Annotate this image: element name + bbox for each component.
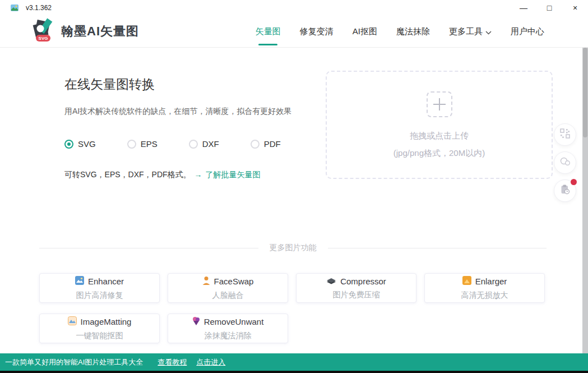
enlarge-icon (462, 276, 471, 287)
card-removeunwant[interactable]: RemoveUnwant 涂抹魔法消除 (168, 314, 288, 343)
radio-svg-label: SVG (78, 139, 96, 149)
upload-dropzone[interactable]: 拖拽或点击上传 (jpg/png格式，20M以内) (326, 71, 553, 179)
card-faceswap-name: FaceSwap (214, 277, 254, 286)
card-enlarger[interactable]: Enlarger 高清无损放大 (424, 273, 545, 303)
picture-icon (75, 276, 84, 287)
converter-intro: 在线矢量图转换 用AI技术解决传统软件的缺点，在细节，清晰度，拟合有更好效果 S… (64, 76, 317, 180)
tab-ai-matting[interactable]: AI抠图 (353, 26, 377, 37)
divider-label: 更多图片功能 (258, 243, 328, 253)
radio-dxf-label: DXF (202, 139, 219, 149)
radio-pdf[interactable]: PDF (251, 139, 281, 149)
radio-eps-label: EPS (141, 139, 158, 149)
batch-vector-link-label: 了解批量矢量图 (206, 170, 261, 180)
floating-side-tools (554, 123, 576, 202)
vertical-scrollbar[interactable] (582, 48, 588, 353)
header: SVG 翰墨AI矢量图 矢量图 修复变清 AI抠图 魔法抹除 更多工具 用户中心 (0, 16, 588, 48)
upload-format-hint: (jpg/png格式，20M以内) (393, 148, 485, 159)
tab-vector-label: 矢量图 (256, 26, 281, 37)
tab-repair-clarify[interactable]: 修复变清 (300, 26, 334, 37)
format-note-text: 可转SVG，EPS，DXF，PDF格式。 (64, 170, 191, 180)
card-removeunwant-name: RemoveUnwant (204, 317, 264, 326)
format-note: 可转SVG，EPS，DXF，PDF格式。 → 了解批量矢量图 (64, 170, 317, 180)
card-faceswap-desc: 人脸融合 (212, 291, 244, 301)
person-icon (202, 276, 210, 287)
logo-mark-icon: SVG (31, 18, 55, 45)
radio-svg[interactable]: SVG (64, 139, 96, 149)
divider-line-right (328, 248, 547, 248)
contact-button[interactable] (554, 151, 576, 174)
notification-dot (571, 179, 577, 185)
card-enlarger-desc: 高清无损放大 (461, 291, 508, 301)
tab-ai-matting-label: AI抠图 (353, 26, 377, 37)
card-imagematting-name: ImageMatting (81, 317, 132, 326)
card-imagematting-desc: 一键智能抠图 (76, 331, 123, 341)
bottom-strip (0, 371, 588, 373)
radio-svg-circle[interactable] (64, 140, 73, 149)
titlebar: v3.1.362 — □ × (0, 0, 588, 16)
history-button[interactable] (554, 179, 576, 202)
card-compressor-desc: 图片免费压缩 (333, 290, 380, 300)
card-enlarger-name: Enlarger (475, 277, 507, 286)
tutorial-link[interactable]: 查看教程 (158, 357, 187, 367)
card-compressor[interactable]: Compressor 图片免费压缩 (296, 273, 416, 303)
main-content: 在线矢量图转换 用AI技术解决传统软件的缺点，在细节，清晰度，拟合有更好效果 S… (0, 48, 588, 353)
main-nav: 矢量图 修复变清 AI抠图 魔法抹除 更多工具 用户中心 (256, 26, 544, 37)
page-title: 在线矢量图转换 (64, 76, 317, 93)
tab-user-center[interactable]: 用户中心 (511, 26, 544, 37)
card-imagematting[interactable]: ImageMatting 一键智能抠图 (39, 314, 160, 343)
batch-vector-link[interactable]: → 了解批量矢量图 (195, 170, 261, 180)
compress-icon (326, 277, 336, 286)
logo-text: 翰墨AI矢量图 (61, 23, 139, 40)
tab-magic-erase[interactable]: 魔法抹除 (396, 26, 430, 37)
radio-dxf[interactable]: DXF (189, 139, 219, 149)
upload-hint: 拖拽或点击上传 (410, 131, 469, 141)
card-removeunwant-desc: 涂抹魔法消除 (205, 331, 252, 341)
plus-icon[interactable] (427, 91, 452, 117)
enter-link[interactable]: 点击进入 (196, 357, 225, 367)
close-button[interactable]: × (562, 0, 588, 16)
qr-code-button[interactable] (554, 123, 576, 146)
qr-code-icon (560, 128, 570, 141)
maximize-button[interactable]: □ (536, 0, 562, 16)
radio-eps-circle[interactable] (127, 140, 136, 149)
radio-dxf-circle[interactable] (189, 140, 198, 149)
app-logo: SVG 翰墨AI矢量图 (31, 18, 139, 45)
matting-icon (68, 316, 77, 327)
chevron-down-icon (485, 27, 492, 36)
card-faceswap[interactable]: FaceSwap 人脸融合 (168, 273, 288, 303)
logo-badge-text: SVG (39, 36, 48, 41)
radio-pdf-circle[interactable] (251, 140, 260, 149)
page-subtitle: 用AI技术解决传统软件的缺点，在细节，清晰度，拟合有更好效果 (64, 107, 317, 117)
footer-tagline: 一款简单又好用的智能AI图片处理工具大全 (5, 357, 143, 367)
tab-repair-clarify-label: 修复变清 (300, 26, 334, 37)
radio-eps[interactable]: EPS (127, 139, 158, 149)
card-enhancer[interactable]: Enhancer 图片高清修复 (39, 273, 160, 303)
tab-vector[interactable]: 矢量图 (256, 26, 281, 37)
tab-magic-erase-label: 魔法抹除 (396, 26, 430, 37)
tab-more-tools-label: 更多工具 (449, 26, 483, 37)
format-radio-group: SVG EPS DXF PDF (64, 139, 317, 149)
divider-line-left (39, 248, 258, 248)
features-divider: 更多图片功能 (39, 243, 547, 253)
history-icon (560, 185, 570, 197)
arrow-right-icon: → (195, 170, 202, 180)
app-version: v3.1.362 (26, 4, 52, 12)
tab-more-tools[interactable]: 更多工具 (449, 26, 492, 37)
eraser-icon (192, 316, 200, 327)
card-enhancer-name: Enhancer (88, 277, 124, 286)
chat-icon (559, 157, 571, 169)
app-icon (10, 3, 19, 12)
card-enhancer-desc: 图片高清修复 (76, 291, 123, 301)
card-compressor-name: Compressor (340, 277, 386, 286)
minimize-button[interactable]: — (511, 0, 536, 16)
radio-pdf-label: PDF (264, 139, 281, 149)
scrollbar-thumb[interactable] (583, 48, 587, 137)
tab-user-center-label: 用户中心 (511, 26, 544, 37)
footer-bar: 一款简单又好用的智能AI图片处理工具大全 查看教程 点击进入 (0, 353, 588, 371)
window-controls: — □ × (511, 0, 588, 16)
feature-cards: Enhancer 图片高清修复 FaceSwap 人脸融合 (39, 273, 545, 343)
